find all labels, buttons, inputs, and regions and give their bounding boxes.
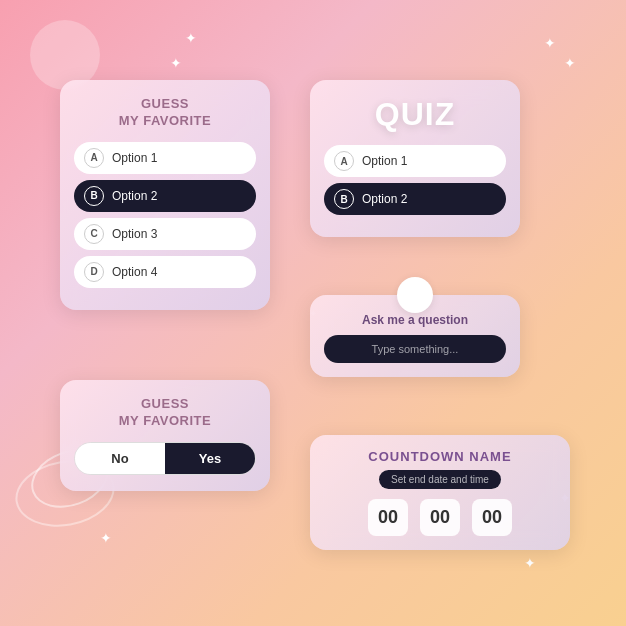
quiz-option-a-text: Option 1 xyxy=(362,154,407,168)
countdown-minutes: 00 xyxy=(420,499,460,536)
quiz-option-a-row[interactable]: A Option 1 xyxy=(324,145,506,177)
option-a-text: Option 1 xyxy=(112,151,157,165)
option-b-text: Option 2 xyxy=(112,189,157,203)
option-d-label: D xyxy=(84,262,104,282)
option-a-label: A xyxy=(84,148,104,168)
sparkle-1: ✦ xyxy=(185,30,197,46)
sparkle-6: ✦ xyxy=(524,555,536,571)
card-guess-favorite-yesno: GUESSMY FAVORITE No Yes xyxy=(60,380,270,491)
quiz-option-b-label: B xyxy=(334,189,354,209)
card-quiz: QUIZ A Option 1 B Option 2 xyxy=(310,80,520,237)
countdown-seconds: 00 xyxy=(472,499,512,536)
option-d-text: Option 4 xyxy=(112,265,157,279)
countdown-set-button[interactable]: Set end date and time xyxy=(379,470,501,489)
option-b-row[interactable]: B Option 2 xyxy=(74,180,256,212)
ask-question-input[interactable]: Type something... xyxy=(324,335,506,363)
card-countdown: COUNTDOWN NAME Set end date and time 00 … xyxy=(310,435,570,550)
ask-question-title: Ask me a question xyxy=(324,313,506,327)
card-guess-favorite-1: GUESSMY FAVORITE A Option 1 B Option 2 C… xyxy=(60,80,270,310)
option-c-label: C xyxy=(84,224,104,244)
countdown-digits-row: 00 00 00 xyxy=(326,499,554,536)
no-button[interactable]: No xyxy=(75,443,165,474)
yes-button[interactable]: Yes xyxy=(165,443,255,474)
option-b-label: B xyxy=(84,186,104,206)
ask-circle-decoration xyxy=(397,277,433,313)
quiz-option-a-label: A xyxy=(334,151,354,171)
sparkle-5: ✦ xyxy=(100,530,112,546)
countdown-title: COUNTDOWN NAME xyxy=(326,449,554,464)
quiz-option-b-row[interactable]: B Option 2 xyxy=(324,183,506,215)
sparkle-3: ✦ xyxy=(544,35,556,51)
option-c-text: Option 3 xyxy=(112,227,157,241)
card-ask-question: Ask me a question Type something... xyxy=(310,295,520,377)
option-a-row[interactable]: A Option 1 xyxy=(74,142,256,174)
sparkle-2: ✦ xyxy=(170,55,182,71)
option-d-row[interactable]: D Option 4 xyxy=(74,256,256,288)
card-guess-fav-1-title: GUESSMY FAVORITE xyxy=(74,96,256,130)
yesno-row: No Yes xyxy=(74,442,256,475)
quiz-title: QUIZ xyxy=(324,96,506,133)
card-yesno-title: GUESSMY FAVORITE xyxy=(74,396,256,430)
option-c-row[interactable]: C Option 3 xyxy=(74,218,256,250)
quiz-option-b-text: Option 2 xyxy=(362,192,407,206)
countdown-hours: 00 xyxy=(368,499,408,536)
sparkle-4: ✦ xyxy=(564,55,576,71)
